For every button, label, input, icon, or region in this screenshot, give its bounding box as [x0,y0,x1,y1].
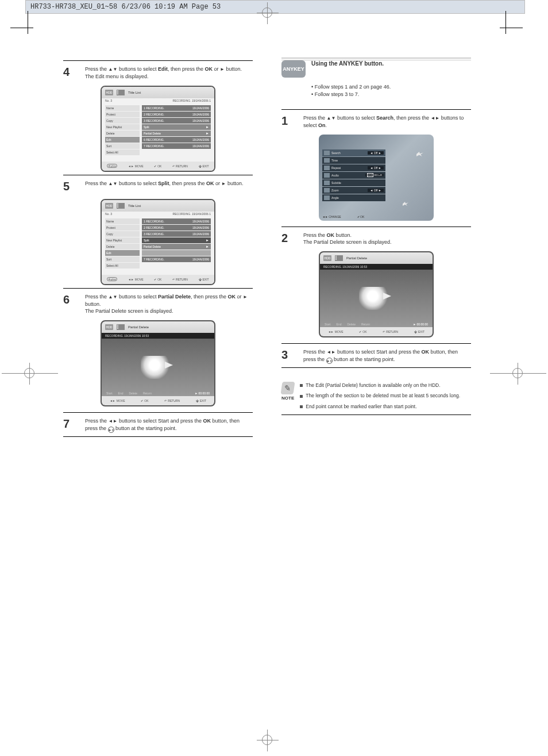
bird-image [141,356,175,379]
note-icon: ✎ [280,382,295,394]
screenshot-anykey-osd: Search◄ Off ► Time Repeat◄ Off ► AudioD … [319,135,434,221]
step-text: Press the ▲▼ buttons to select Split, th… [85,180,243,193]
note-label: NOTE [281,396,294,401]
menu-new-playlist: New Playlist [105,124,140,130]
note-item: The length of the section to be deleted … [300,392,460,399]
step-5: 5 Press the ▲▼ buttons to select Split, … [63,180,253,193]
right-step-2: 2 Press the OK button. The Partial Delet… [281,232,471,245]
screen-title: Partial Delete [346,256,367,260]
edit-menu-list: Name Protect Copy New Playlist Delete Ed… [105,105,140,155]
thumbnail-list: 1 RECORDING.19/JAN/2006 2 RECORDING.19/J… [142,105,211,155]
screenshot-partial-delete-right: HDD Partial Delete RECORDING. 19/JAN/200… [319,251,434,337]
angle-icon [324,195,330,200]
menu-protect: Protect [105,112,140,117]
step-num: 6 [63,293,79,314]
step-text: Press the ◄► buttons to select Start and… [85,417,253,433]
play-time: ► 00:00:00 [195,392,210,395]
step-num: 1 [281,114,298,129]
menu-delete: Delete [105,131,140,136]
repeat-icon [324,166,330,170]
screen-footer: Anykey ◄►MOVE ✔OK ↶RETURN ⏻EXIT [102,162,214,171]
search-icon [324,151,330,155]
registration-mark-left [24,368,34,378]
screenshot-title-list-edit: HDD Title List No. 3RECORDING. 19/JAN/20… [101,86,215,172]
menu-sort: Sort [105,143,140,149]
screen-title: Partial Delete [128,325,149,329]
step-num: 3 [281,348,298,364]
menu-name: Name [105,105,140,111]
play-time: ► 00:00:00 [413,323,428,326]
step-7: 7 Press the ◄► buttons to select Start a… [63,417,253,433]
screenshot-partial-delete-left: HDD Partial Delete RECORDING. 19/JAN/200… [101,320,215,406]
play-pause-icon: ►II [108,427,114,433]
note-item: The Edit (Partial Delete) function is av… [300,382,460,389]
step-text: Press the ◄► buttons to select Start and… [303,348,471,364]
file-header: HR733-HR738_XEU_01~58 6/23/06 10:19 AM P… [25,0,525,14]
menu-select-all: Select All [105,149,140,155]
bird-image [359,287,393,310]
notes-block: ✎ NOTE The Edit (Partial Delete) functio… [281,382,471,410]
audio-icon [324,173,330,178]
registration-mark-bottom [262,735,272,745]
step-text: Press the OK button. The Partial Delete … [303,232,392,245]
menu-copy: Copy [105,118,140,124]
screenshot-title-list-split: HDD Title List No. 3RECORDING. 19/JAN/20… [101,199,215,285]
note-item: End point cannot be marked earlier than … [300,403,460,410]
film-icon [117,203,125,209]
anykey-icon: Anykey [107,164,117,168]
right-step-3: 3 Press the ◄► buttons to select Start a… [281,348,471,364]
left-column: 4 Press the ▲▼ buttons to select Edit, t… [63,57,253,442]
step-num: 2 [281,232,298,245]
anykey-instructions: Using the ANYKEY button. • Follow steps … [311,60,391,97]
subtitle-icon [324,181,330,185]
step-text: Press the ▲▼ buttons to select Search, t… [303,114,471,129]
play-pause-icon: ►II [326,358,333,364]
hdd-badge: HDD [105,324,113,330]
step-text: Press the ▲▼ buttons to select Partial D… [85,293,253,314]
osd-footer: ◄► CHANGE✔ OK [322,215,364,218]
step-6: 6 Press the ▲▼ buttons to select Partial… [63,293,253,314]
step-text: Press the ▲▼ buttons to select Edit, the… [85,66,242,80]
step-num: 7 [63,417,79,433]
step-num: 5 [63,180,79,193]
zoom-icon [324,188,330,193]
menu-edit: Edit [105,137,140,143]
hdd-badge: HDD [323,255,331,261]
crop-mark-tr [500,28,523,36]
hdd-badge: HDD [105,203,113,209]
film-icon [117,324,125,330]
crop-mark-tl [10,28,33,36]
film-icon [117,90,125,95]
right-column: ANYKEY Using the ANYKEY button. • Follow… [281,57,471,420]
hdd-badge: HDD [105,90,113,95]
step-num: 4 [63,66,79,80]
registration-mark-right [512,368,523,378]
screen-title: Title List [128,91,141,94]
film-icon [335,255,343,261]
time-icon [324,158,330,163]
anykey-badge: ANYKEY [281,60,306,78]
screen-title: Title List [128,204,141,208]
right-step-1: 1 Press the ▲▼ buttons to select Search,… [281,114,471,129]
step-4: 4 Press the ▲▼ buttons to select Edit, t… [63,66,253,80]
registration-mark-top [262,7,272,18]
